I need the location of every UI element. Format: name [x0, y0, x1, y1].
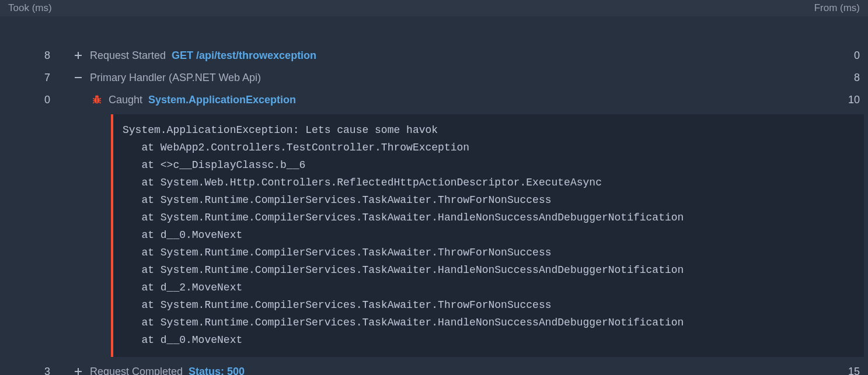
primary-handler-label: Primary Handler (ASP.NET Web Api) [90, 72, 261, 84]
took-header-label: Took (ms) [8, 2, 52, 14]
row-request-started[interactable]: 8 Request Started GET /api/test/throwexc… [0, 44, 868, 66]
bug-icon [91, 94, 103, 106]
svg-rect-0 [75, 77, 82, 78]
from-value: 10 [825, 94, 860, 106]
took-value: 8 [8, 50, 55, 62]
row-caught-exception[interactable]: 0 Caught System.ApplicationException 10 [0, 89, 868, 111]
trace-pad [8, 114, 111, 357]
gap [0, 16, 868, 44]
stack-trace-container: System.ApplicationException: Lets cause … [8, 114, 860, 357]
request-started-detail[interactable]: GET /api/test/throwexception [172, 50, 316, 62]
from-value: 0 [825, 50, 860, 62]
row-request-completed[interactable]: 3 Request Completed Status: 500 15 [0, 360, 868, 375]
from-header-label: From (ms) [814, 2, 860, 14]
plus-icon[interactable] [72, 50, 84, 61]
took-value: 3 [8, 366, 55, 376]
plus-icon[interactable] [72, 366, 84, 375]
caught-label: Caught [109, 94, 142, 106]
from-value: 15 [825, 366, 860, 376]
timeline-header: Took (ms) From (ms) [0, 0, 868, 16]
request-completed-label: Request Completed [90, 366, 183, 376]
row-primary-handler[interactable]: 7 Primary Handler (ASP.NET Web Api) 8 [0, 66, 868, 89]
caught-exception-type[interactable]: System.ApplicationException [148, 94, 296, 106]
request-started-label: Request Started [90, 50, 166, 62]
stack-trace[interactable]: System.ApplicationException: Lets cause … [111, 114, 864, 357]
from-value: 8 [825, 72, 860, 84]
minus-icon[interactable] [72, 72, 84, 83]
took-value: 7 [8, 72, 55, 84]
request-completed-status[interactable]: Status: 500 [189, 366, 245, 376]
took-value: 0 [8, 94, 55, 106]
